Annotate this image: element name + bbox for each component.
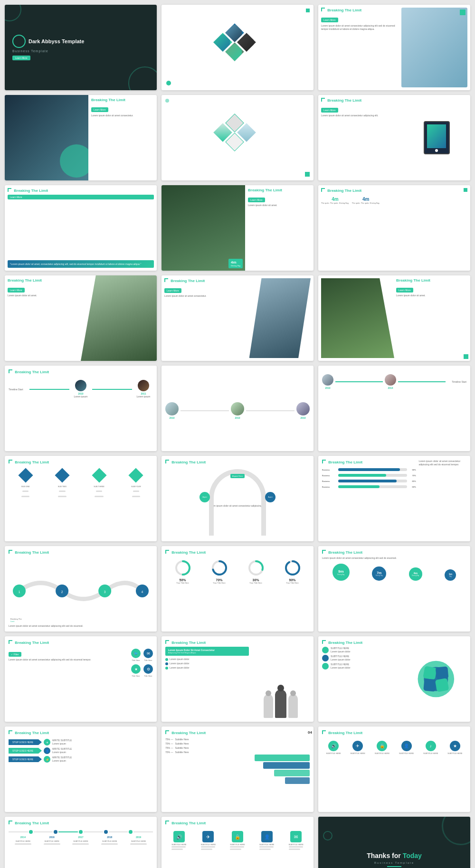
slide-16: Breaking The Limit SUB ONE SUB TWO SUB T… (5, 456, 157, 541)
slide-6-title: Breaking The Limit (321, 98, 404, 103)
slide-8: 4m Driving flag Breaking The Limit Learn… (162, 185, 314, 271)
slide-title-text: Dark Abbyss Template (28, 38, 84, 44)
slide-17: Breaking The Limit Aspect Here Aspect As… (162, 456, 314, 541)
icon-circles-row: 🔊 SUBTITLE HERE ✈ SUBTITLE HERE 🔒 SUBTIT… (322, 741, 466, 755)
timeline-14: 2010 2010 2010 (165, 402, 310, 419)
slide-25: Breaking The Limit STEP GOES HERE ✈ WRIT… (5, 726, 157, 812)
quote-banner: "Lorem ipsum dolor sit amet, consectetur… (8, 260, 154, 268)
slide-12: Breaking The Limit Learn More Lorem ipsu… (318, 275, 470, 361)
slide-10: Breaking The Limit Learn More Lorem ipsu… (5, 275, 157, 361)
slide-3-text: Breaking The Limit Learn More Lorem ipsu… (321, 8, 401, 87)
slide-26-text: Breaking The Limit 75% — 70% — 75% — 70%… (165, 730, 255, 808)
slides-grid: Dark Abbyss Template Business Template L… (5, 5, 470, 868)
teal-dot (166, 81, 171, 85)
slide-20: Breaking The Limit 50% Your Title Here 7… (162, 546, 314, 632)
slide-3: Breaking The Limit Learn More Lorem ipsu… (318, 5, 470, 90)
slide-29: Breaking The Limit 🔊 SUBTITLE HERE ✈ SUB… (162, 817, 314, 868)
slide-6-device (406, 98, 467, 178)
slide-11: Breaking The Limit Learn More Lorem ipsu… (162, 275, 314, 361)
slide-23-text: Breaking The Limit Lorem Ipsum Dolor Sit… (165, 640, 252, 718)
svg-text:2: 2 (61, 590, 63, 594)
slide-27: Breaking The Limit 🔊 SUBTITLE HERE ✈ SUB… (318, 726, 470, 812)
slide-2 (162, 5, 314, 90)
slide-18: Breaking The Limit Business 90% Business… (318, 456, 470, 541)
svg-text:1: 1 (19, 590, 20, 594)
mosaic-diamonds (214, 26, 261, 69)
cta-btn-4[interactable]: Learn More (91, 107, 108, 112)
year-timeline: 2014 2016 2017 2018 2019 SUBTITLE HERE S… (9, 830, 153, 846)
divider-line (387, 866, 401, 867)
logo-circle (12, 35, 26, 48)
svg-rect-18 (423, 666, 437, 680)
cta-btn[interactable]: Learn More (321, 18, 338, 22)
stats-row: 4m The quite. The quite. Driving flag. 4… (321, 197, 467, 204)
svg-point-15 (286, 561, 299, 575)
teal-square-tr (306, 9, 310, 12)
slide-21: Breaking The Limit Lorem ipsum dolor sit… (318, 546, 470, 632)
slide-18-bars: Breaking The Limit Business 90% Business… (322, 460, 416, 538)
corner-mark (321, 8, 325, 11)
svg-text:3: 3 (104, 590, 106, 594)
svg-rect-19 (436, 666, 449, 679)
slide-13: Breaking The Limit Timeline Start 2010 L… (5, 366, 157, 451)
slide-subtitle: Business Template (12, 49, 48, 53)
slide-7: Breaking The Limit Learn More "Lorem ips… (5, 185, 157, 271)
diamonds-row: SUB ONE SUB TWO SUB THREE SUB FOUR (9, 470, 153, 498)
bottom-icons-row: 🔊 SUBTITLE HERE ✈ SUBTITLE HERE 🔒 SUBTIT… (165, 831, 310, 851)
slide-12-photo (321, 278, 394, 358)
slide-24-text: Breaking The Limit SUBTITLE HERELorem ip… (322, 640, 406, 718)
slide-4: Breaking The Limit Learn More Lorem ipsu… (5, 95, 157, 180)
funnel-shape: 04 (255, 730, 310, 808)
slide-22: Breaking The Limit ✓ Filter Lorem ipsum … (5, 636, 157, 722)
slide-7-title: Breaking The Limit (8, 188, 154, 193)
timeline-15: 2010 2014 Timeline Start (322, 374, 466, 389)
cta-btn-6[interactable]: Learn More (321, 108, 338, 113)
body-text: Lorem ipsum dolor sit amet consectetur a… (321, 24, 399, 31)
slide-11-photo (249, 278, 311, 358)
deco-circle-br (128, 66, 157, 90)
svg-rect-21 (435, 678, 449, 692)
slide-6-text: Breaking The Limit Learn More Lorem ipsu… (321, 98, 406, 178)
slide-9: Breaking The Limit 4m The quite. The qui… (318, 185, 470, 271)
slide-11-text: Breaking The Limit Learn More Lorem ipsu… (164, 278, 249, 358)
slide-24: Breaking The Limit SUBTITLE HERELorem ip… (318, 636, 470, 722)
icons-row: ✓ Filter Lorem ipsum dolor sit amet cons… (9, 649, 153, 677)
slide-4-text: Breaking The Limit Learn More Lorem ipsu… (88, 95, 157, 180)
slide-26: Breaking The Limit 75% — 70% — 75% — 70%… (162, 726, 314, 812)
circle-stats: 50% Your Title Here 70% Your Title Here … (165, 559, 310, 584)
slide-4-title: Breaking The Limit (91, 98, 154, 102)
svg-rect-20 (424, 679, 437, 692)
slide-15: 2010 2014 Timeline Start (318, 366, 470, 451)
slide-23: Breaking The Limit Lorem Ipsum Dolor Sit… (162, 636, 314, 722)
slide-4-photo (5, 95, 88, 180)
puzzle-vis (406, 640, 466, 718)
slide-3-photo (401, 8, 467, 87)
slide-3-title: Breaking The Limit (321, 8, 399, 12)
mosaic-5 (214, 116, 261, 159)
arch: Aspect Here Aspect Aspect (204, 469, 271, 502)
thanks-title: Thanks for Today (367, 852, 422, 859)
timeline-13: Timeline Start 2010 Lorem ipsum 2011 Lor… (9, 380, 153, 398)
slide-14: 2010 2010 2010 (162, 366, 314, 451)
slide-8-photo: 4m Driving flag (162, 185, 245, 271)
cta-btn-8[interactable]: Learn More (248, 198, 265, 202)
slide-6: Breaking The Limit Learn More Lorem ipsu… (318, 95, 470, 180)
slide-5 (162, 95, 314, 180)
slide-1[interactable]: Dark Abbyss Template Business Template L… (5, 5, 157, 90)
business-subtitle: Business Template (374, 861, 414, 864)
learn-more-btn[interactable]: Learn More (12, 56, 30, 60)
slide-28: Breaking The Limit 2014 2016 2017 2018 (5, 817, 157, 868)
arrow-steps-list: STEP GOES HERE ✈ WRITE SUBTITLELorem ips… (9, 739, 153, 763)
slide-8-text: Breaking The Limit Learn More Lorem ipsu… (245, 185, 314, 271)
logo-row: Dark Abbyss Template (12, 35, 84, 48)
slide-19: Breaking The Limit 1 2 3 4 Breaking TheL… (5, 546, 157, 632)
people-silhouettes (252, 640, 310, 718)
slide-30: Thanks for Today Business Template (318, 817, 470, 868)
callout-box: Lorem Ipsum Dolor Sit Amet Consectetur A… (165, 647, 249, 656)
slide-18-text: Lorem ipsum dolor sit amet consectetur a… (416, 460, 466, 538)
cta-btn-7[interactable]: Learn More (8, 195, 154, 199)
slide-12-text: Breaking The Limit Learn More Lorem ipsu… (394, 278, 467, 358)
deco-circle-tl (5, 5, 21, 21)
blob-stats-row: 9m Driving flag 7m Driving flag 4m Drivi… (322, 564, 466, 581)
svg-text:4: 4 (142, 590, 143, 594)
